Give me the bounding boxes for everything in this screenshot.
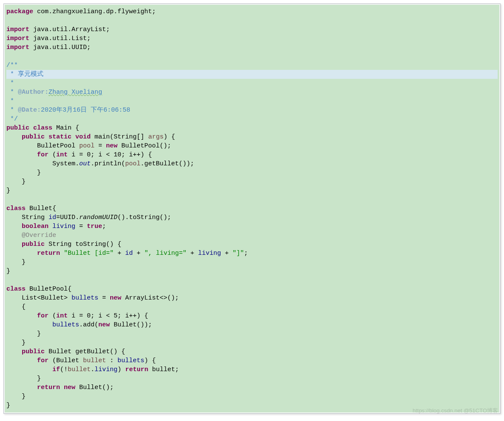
bullets-field: bullets bbox=[72, 294, 98, 302]
javadoc-date: 2020年3月16日 下午6:06:58 bbox=[41, 107, 130, 114]
class-bullet: Bullet{ bbox=[26, 205, 56, 212]
bullets-ref: bullets bbox=[52, 321, 79, 329]
kw-int: int bbox=[56, 312, 68, 320]
brace-open: { bbox=[22, 303, 26, 311]
brace-close: } bbox=[22, 339, 26, 346]
string-type: String bbox=[22, 214, 49, 221]
sysout1: System. bbox=[52, 160, 79, 167]
bp-type: BulletPool bbox=[37, 142, 79, 150]
str-lit-2: ", living=" bbox=[144, 250, 186, 257]
brace-close: } bbox=[6, 187, 10, 194]
javadoc-star: * bbox=[6, 80, 14, 87]
ret-bullet: bullet; bbox=[148, 366, 179, 373]
id-assign2: ().toString(); bbox=[117, 214, 171, 221]
randomuuid: randomUUID bbox=[79, 214, 117, 221]
kw-import: import bbox=[6, 26, 29, 33]
id-ref: id bbox=[125, 250, 133, 257]
kw-class: class bbox=[6, 205, 26, 212]
eq: = bbox=[75, 223, 87, 230]
class-bulletpool: BulletPool{ bbox=[26, 285, 72, 293]
code-frame: package com.zhangxueliang.dp.flyweight; … bbox=[3, 3, 501, 414]
for-body: i = 0; i < 10; i++) { bbox=[68, 151, 152, 159]
ret-new-bullet: Bullet(); bbox=[75, 384, 114, 391]
bp-ctor: BulletPool(); bbox=[117, 142, 171, 150]
kw-public: public bbox=[22, 241, 45, 248]
kw-import: import bbox=[6, 44, 29, 51]
if-cond3: ) bbox=[117, 366, 125, 373]
brace-close: } bbox=[37, 330, 41, 337]
kw-class: class bbox=[6, 285, 26, 293]
javadoc-author-tag: @Author: bbox=[18, 89, 49, 96]
living-ref: living bbox=[94, 366, 117, 373]
main-sig-close: ) { bbox=[163, 133, 175, 141]
code-block: package com.zhangxueliang.dp.flyweight; … bbox=[5, 5, 499, 412]
brace-close: } bbox=[37, 169, 41, 176]
getbullet-sig: Bullet getBullet() { bbox=[45, 348, 125, 355]
foreach-1: (Bullet bbox=[49, 357, 83, 364]
str-lit-1: "Bullet [id=" bbox=[64, 250, 114, 257]
id-field: id bbox=[49, 214, 56, 221]
foreach-3: ) { bbox=[144, 357, 156, 364]
out-field: out bbox=[79, 160, 91, 167]
kw-public: public bbox=[22, 348, 45, 355]
kw-package: package bbox=[6, 8, 33, 15]
kw-import: import bbox=[6, 35, 29, 42]
brace-close: } bbox=[22, 393, 26, 400]
pkg-name: com.zhangxueliang.dp.flyweight; bbox=[33, 8, 156, 15]
living-ref: living bbox=[198, 250, 221, 257]
semicolon: ; bbox=[102, 223, 106, 230]
kw-new: new bbox=[106, 142, 117, 150]
brace-close: } bbox=[22, 259, 26, 266]
kw-return: return bbox=[125, 366, 148, 373]
if-cond1: (! bbox=[60, 366, 68, 373]
watermark: https://blog.csdn.net @51CTO博客 bbox=[3, 406, 501, 415]
javadoc-star: * bbox=[6, 89, 18, 96]
import-1: java.util.ArrayList; bbox=[29, 26, 110, 33]
semicolon: ; bbox=[244, 250, 248, 257]
javadoc-star: * bbox=[6, 98, 14, 105]
str-lit-3: "]" bbox=[232, 250, 244, 257]
javadoc-close: */ bbox=[6, 115, 18, 123]
foreach-2: : bbox=[106, 357, 117, 364]
living-field: living bbox=[52, 223, 75, 230]
javadoc-date-tag: @Date: bbox=[18, 107, 41, 114]
kw-for: for bbox=[37, 312, 49, 320]
kw-for: for bbox=[37, 151, 49, 159]
plus: + bbox=[186, 250, 198, 257]
bullet-ctor: Bullet()); bbox=[110, 321, 152, 329]
kw-if: if bbox=[52, 366, 60, 373]
javadoc-author: Zhang Xueliang bbox=[49, 89, 102, 96]
plus: + bbox=[133, 250, 144, 257]
kw-new: new bbox=[64, 384, 75, 391]
for-open: ( bbox=[49, 151, 56, 159]
tostring-sig: String toString() { bbox=[45, 241, 121, 248]
bullets-ref: bullets bbox=[117, 357, 144, 364]
eq: = bbox=[94, 142, 106, 150]
kw-static: static bbox=[49, 133, 72, 141]
javadoc-open: /** bbox=[6, 62, 18, 69]
kw-int: int bbox=[56, 151, 68, 159]
brace-close: } bbox=[37, 375, 41, 382]
class-main: Main { bbox=[52, 124, 79, 132]
bullets-add: .add( bbox=[79, 321, 98, 329]
kw-true: true bbox=[87, 223, 102, 230]
javadoc-star: * bbox=[6, 107, 18, 114]
for5-body: i = 0; i < 5; i++) { bbox=[68, 312, 148, 320]
pool-ref: pool bbox=[125, 160, 140, 167]
kw-return: return bbox=[37, 384, 60, 391]
kw-new: new bbox=[98, 321, 110, 329]
bullet-ref: bullet bbox=[68, 366, 91, 373]
brace-close: } bbox=[6, 268, 10, 275]
kw-boolean: boolean bbox=[22, 223, 49, 230]
arraylist-ctor: ArrayList<>(); bbox=[121, 294, 179, 302]
brace-close: } bbox=[22, 178, 26, 185]
id-assign1: =UUID. bbox=[56, 214, 79, 221]
javadoc-desc: * 享元模式 bbox=[6, 71, 43, 78]
plus: + bbox=[114, 250, 125, 257]
eq: = bbox=[98, 294, 110, 302]
kw-void: void bbox=[75, 133, 91, 141]
getbullet-call: .getBullet()); bbox=[140, 160, 194, 167]
kw-new: new bbox=[110, 294, 121, 302]
main-sig: main(String[] bbox=[91, 133, 148, 141]
kw-for: for bbox=[37, 357, 49, 364]
